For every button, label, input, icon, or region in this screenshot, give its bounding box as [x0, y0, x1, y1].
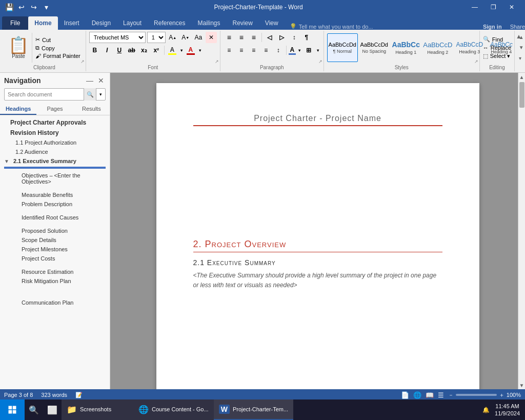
taskbar-time[interactable]: 11:45 AM 11/9/2024 [495, 403, 520, 417]
nav-search-dropdown[interactable]: ▾ [96, 89, 105, 100]
sign-in-button[interactable]: Sign in [483, 24, 502, 30]
redo-icon[interactable]: ↪ [29, 2, 39, 12]
nav-item-project-charter-approvals[interactable]: Project Charter Approvals [0, 117, 110, 128]
nav-item-root-causes[interactable]: Identified Root Causes [0, 213, 110, 222]
scroll-up-button[interactable]: ▲ [518, 73, 525, 81]
cut-button[interactable]: ✂ Cut [35, 36, 80, 43]
bold-button[interactable]: B [89, 45, 100, 56]
multilevel-button[interactable]: ≡ [248, 32, 259, 43]
text-highlight-button[interactable]: A [167, 46, 178, 55]
taskbar-app-explorer[interactable]: 📁 Screenshots [62, 399, 133, 420]
font-grow-button[interactable]: A▲ [167, 32, 178, 43]
shading-button[interactable]: A [289, 46, 296, 55]
save-icon[interactable]: 💾 [4, 2, 14, 12]
view-outline-icon[interactable]: ☰ [438, 391, 444, 399]
paste-button[interactable]: 📋 Paste [5, 33, 32, 63]
paragraph-expand-icon[interactable]: ↗ [318, 59, 322, 64]
change-case-button[interactable]: Aa [193, 32, 204, 43]
view-web-icon[interactable]: 🌐 [413, 391, 421, 399]
zoom-slider[interactable] [456, 394, 497, 396]
chevron-highlight-button[interactable]: ▾ [179, 45, 184, 56]
nav-item-measurable-benefits[interactable]: Measurable Benefits [0, 190, 110, 199]
center-button[interactable]: ≡ [236, 45, 247, 56]
tab-view[interactable]: View [259, 16, 285, 30]
nav-item-project-costs[interactable]: Project Costs [0, 254, 110, 263]
nav-item-risk-mitigation[interactable]: Risk Mitigation Plan [0, 276, 110, 286]
document-page[interactable]: Project Charter - Project Name 2. Projec… [156, 83, 479, 389]
bullets-button[interactable]: ≡ [224, 32, 235, 43]
notification-icon[interactable]: 🔔 [482, 407, 490, 413]
styles-scroll-down[interactable]: ▼ [519, 45, 524, 50]
superscript-button[interactable]: x² [151, 45, 162, 56]
chevron-color-button[interactable]: ▾ [197, 45, 203, 56]
customize-qat-icon[interactable]: ▾ [41, 2, 51, 12]
clipboard-expand-icon[interactable]: ↗ [80, 59, 85, 64]
nav-item-communication-plan[interactable]: Communication Plan [0, 298, 110, 307]
taskbar-app-chrome[interactable]: 🌐 Course Content - Go... [133, 399, 214, 420]
nav-pane-collapse-button[interactable]: — [85, 76, 94, 85]
styles-more[interactable]: ▾ [519, 55, 524, 61]
font-expand-icon[interactable]: ↗ [215, 59, 219, 64]
line-spacing-button[interactable]: ↕ [273, 45, 284, 56]
scroll-down-button[interactable]: ▼ [518, 381, 525, 389]
strikethrough-button[interactable]: ab [126, 45, 137, 56]
nav-item-resource-estimation[interactable]: Resource Estimation [0, 267, 110, 276]
increase-indent-button[interactable]: ▷ [276, 32, 288, 43]
nav-item-objectives[interactable]: Objectives – <Enter the Objectives> [0, 171, 110, 186]
tab-layout[interactable]: Layout [117, 16, 148, 30]
close-button[interactable]: ✕ [502, 0, 521, 14]
sort-button[interactable]: ↕ [289, 32, 300, 43]
style-no-spacing[interactable]: AaBbCcDd No Spacing [359, 33, 390, 62]
style-heading2[interactable]: AaBbCcD Heading 2 [422, 33, 453, 62]
tab-insert[interactable]: Insert [58, 16, 86, 30]
italic-button[interactable]: I [102, 45, 113, 56]
taskbar-search-button[interactable]: 🔍 [25, 399, 43, 420]
start-button[interactable] [0, 399, 25, 420]
tab-home[interactable]: Home [28, 16, 57, 30]
tab-review[interactable]: Review [226, 16, 258, 30]
zoom-in-button[interactable]: ＋ [499, 391, 504, 399]
decrease-indent-button[interactable]: ◁ [264, 32, 275, 43]
undo-icon[interactable]: ↩ [16, 2, 27, 12]
nav-search-button[interactable]: 🔍 [84, 88, 96, 101]
nav-item-scope-details[interactable]: Scope Details [0, 235, 110, 245]
section2-collapse-icon[interactable]: ▼ [0, 158, 9, 164]
taskbar-cortana-button[interactable]: ⬜ [43, 399, 62, 420]
scroll-thumb[interactable] [519, 82, 524, 108]
clear-formatting-button[interactable]: ✕ [206, 32, 217, 43]
replace-button[interactable]: ↔ Replace [483, 45, 511, 51]
show-marks-button[interactable]: ¶ [301, 32, 312, 43]
zoom-out-button[interactable]: － [448, 391, 454, 399]
borders-dropdown[interactable]: ▾ [315, 45, 320, 56]
tab-mailings[interactable]: Mailings [191, 16, 226, 30]
nav-item-executive-summary-parent[interactable]: 2.1 Executive Summary [10, 156, 80, 166]
font-size-select[interactable]: 10 [147, 32, 166, 43]
font-color-button[interactable]: A [185, 46, 196, 55]
view-print-icon[interactable]: 📄 [401, 391, 409, 399]
taskbar-app-word[interactable]: W Project-Charter-Tem... [214, 399, 293, 420]
tab-design[interactable]: Design [86, 16, 117, 30]
underline-button[interactable]: U [114, 45, 125, 56]
format-painter-button[interactable]: 🖌 Format Painter [35, 53, 80, 59]
align-left-button[interactable]: ≡ [224, 45, 235, 56]
nav-item-project-milestones[interactable]: Project Milestones [0, 245, 110, 254]
shading-dropdown[interactable]: ▾ [297, 45, 302, 56]
nav-item-audience[interactable]: 1.2 Audience [0, 147, 110, 156]
tell-me-input[interactable]: Tell me what you want to do... [299, 24, 373, 30]
style-normal[interactable]: AaBbCcDd ¶ Normal [327, 33, 358, 62]
nav-tab-pages[interactable]: Pages [36, 104, 73, 115]
font-shrink-button[interactable]: A▼ [180, 32, 191, 43]
styles-expand-icon[interactable]: ↗ [474, 59, 478, 64]
vertical-scrollbar[interactable]: ▲ ▼ [518, 73, 525, 389]
nav-item-revision-history[interactable]: Revision History [0, 128, 110, 138]
nav-tab-results[interactable]: Results [73, 104, 110, 115]
find-button[interactable]: 🔍 Find [483, 36, 511, 43]
select-button[interactable]: ⬚ Select ▾ [483, 53, 511, 59]
style-heading1[interactable]: AaBbCc Heading 1 [391, 33, 421, 62]
nav-item-proposed-solution[interactable]: Proposed Solution [0, 226, 110, 235]
view-read-icon[interactable]: 📖 [426, 391, 434, 399]
nav-item-problem-description[interactable]: Problem Description [0, 199, 110, 209]
maximize-button[interactable]: ❐ [484, 0, 502, 14]
subscript-button[interactable]: x₂ [138, 45, 150, 56]
tab-references[interactable]: References [148, 16, 191, 30]
